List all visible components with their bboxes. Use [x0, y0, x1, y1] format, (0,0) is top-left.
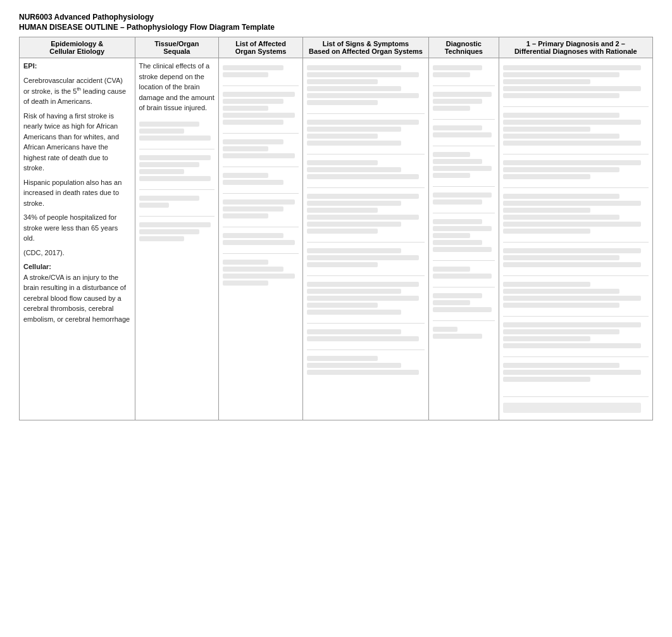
affected-blurred-7 — [223, 253, 299, 290]
doc-title: NUR6003 Advanced Pathophysiology — [19, 13, 653, 22]
dx-blurred-4 — [503, 187, 649, 238]
cell-tissue: The clinical effects of a stroke depend … — [135, 58, 219, 420]
signs-blurred-7 — [307, 323, 425, 346]
signs-blurred-3 — [307, 154, 425, 184]
signs-blurred-6 — [307, 275, 425, 319]
dx-blurred-footer — [503, 396, 649, 417]
col-header-diagnoses: 1 – Primary Diagnosis and 2 – Differenti… — [499, 37, 652, 58]
cell-signs — [302, 58, 428, 420]
tissue-blurred-4 — [139, 216, 215, 246]
dx-blurred-1 — [503, 61, 649, 103]
col-header-tissue: Tissue/Organ Sequala — [135, 37, 219, 58]
col-header-epi: Epidemiology & Cellular Etiology — [20, 37, 135, 58]
signs-blurred-2 — [307, 113, 425, 150]
cell-epi: EPI: Cerebrovascular accident (CVA) or s… — [20, 58, 135, 420]
dx-blurred-5 — [503, 242, 649, 272]
tissue-blurred-1 — [139, 117, 215, 145]
affected-blurred-4 — [223, 167, 299, 189]
affected-blurred-3 — [223, 133, 299, 163]
tissue-blurred-3 — [139, 189, 215, 212]
doc-subtitle: HUMAN DISEASE OUTLINE – Pathophysiology … — [19, 23, 653, 32]
col-header-affected: List of Affected Organ Systems — [219, 37, 303, 58]
dx-blurred-3 — [503, 154, 649, 184]
affected-blurred-5 — [223, 193, 299, 223]
col-header-diag: Diagnostic Techniques — [429, 37, 499, 58]
dx-blurred-2 — [503, 106, 649, 150]
dx-blurred-6 — [503, 275, 649, 312]
dx-blurred-8 — [503, 356, 649, 386]
affected-blurred-6 — [223, 227, 299, 249]
affected-blurred-2 — [223, 85, 299, 129]
diag-blurred-9 — [433, 320, 495, 343]
signs-blurred-5 — [307, 242, 425, 272]
diag-blurred-6 — [433, 213, 495, 256]
diag-blurred-8 — [433, 287, 495, 317]
signs-blurred-1 — [307, 61, 425, 110]
signs-blurred-8 — [307, 350, 425, 379]
signs-blurred-4 — [307, 187, 425, 238]
diag-blurred-7 — [433, 260, 495, 283]
diag-blurred-1 — [433, 61, 495, 82]
col-header-signs: List of Signs & Symptoms Based on Affect… — [302, 37, 428, 58]
diag-blurred-5 — [433, 186, 495, 209]
tissue-blurred-2 — [139, 149, 215, 186]
cell-diagnoses — [499, 58, 652, 420]
main-table: Epidemiology & Cellular Etiology Tissue/… — [19, 37, 653, 420]
table-row: EPI: Cerebrovascular accident (CVA) or s… — [20, 58, 653, 420]
dx-blurred-7 — [503, 316, 649, 353]
diag-blurred-2 — [433, 85, 495, 115]
cell-affected — [219, 58, 303, 420]
affected-blurred-1 — [223, 61, 299, 82]
cell-diag — [429, 58, 499, 420]
diag-blurred-3 — [433, 119, 495, 142]
diag-blurred-4 — [433, 146, 495, 182]
